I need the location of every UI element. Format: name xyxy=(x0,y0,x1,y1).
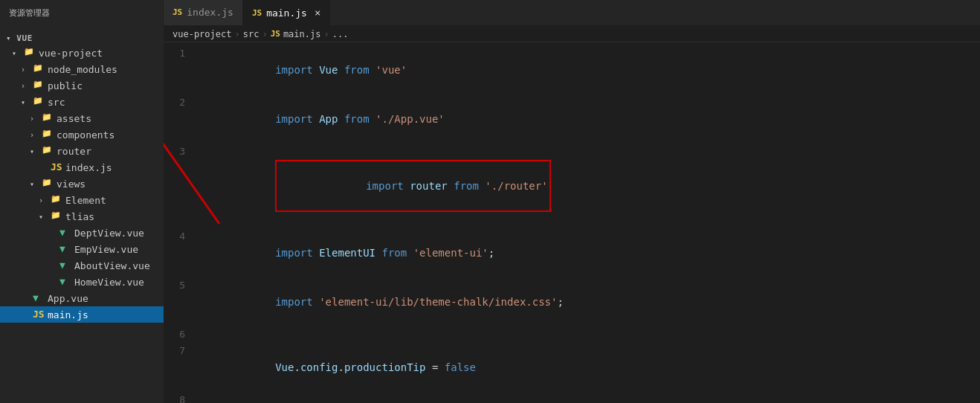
line-content-4: import ElementUI from 'element-ui'; xyxy=(197,228,980,277)
js-icon-main: JS xyxy=(33,309,45,320)
code-line-1: 1 import Vue from 'vue' xyxy=(164,45,980,94)
vue-icon-empview: ▼ xyxy=(59,243,71,255)
vue-icon-deptview: ▼ xyxy=(59,227,71,239)
line-num-6: 6 xyxy=(164,326,197,343)
arrow-icon-element xyxy=(39,196,49,204)
folder-icon-components: 📁 xyxy=(42,129,54,141)
arrow-icon-public xyxy=(21,82,31,90)
line-content-7: Vue.config.productionTip = false xyxy=(197,343,980,392)
code-line-6: 6 xyxy=(164,326,980,343)
breadcrumb-vue-project[interactable]: vue-project xyxy=(173,29,231,39)
arrow-icon-router xyxy=(30,147,40,155)
sidebar-item-empview[interactable]: ▼ EmpView.vue xyxy=(0,241,164,257)
sidebar-item-components[interactable]: 📁 components xyxy=(0,126,164,143)
sidebar-label-assets: assets xyxy=(57,113,91,124)
tab-index-js[interactable]: JS index.js xyxy=(164,0,243,25)
folder-icon-public: 📁 xyxy=(33,80,45,91)
sidebar-label-router: router xyxy=(57,146,91,157)
breadcrumb-main-js[interactable]: main.js xyxy=(283,29,321,39)
sidebar-label-views: views xyxy=(57,178,86,190)
sidebar-label-router-index: index.js xyxy=(65,162,112,173)
sidebar-item-router[interactable]: 📁 router xyxy=(0,143,164,159)
sidebar-label-app: App.vue xyxy=(48,293,88,304)
code-line-5: 5 import 'element-ui/lib/theme-chalk/ind… xyxy=(164,277,980,326)
arrow-icon-node-modules xyxy=(21,65,31,74)
sidebar-item-element[interactable]: 📁 Element xyxy=(0,192,164,208)
sidebar-label-components: components xyxy=(57,129,115,141)
arrow-icon-src xyxy=(21,98,31,106)
code-line-4: 4 import ElementUI from 'element-ui'; xyxy=(164,228,980,277)
arrow-icon-vue-project xyxy=(12,49,22,57)
sidebar-item-app[interactable]: ▼ App.vue xyxy=(0,290,164,306)
breadcrumb: vue-project › src › JS main.js › ... xyxy=(164,26,980,42)
folder-icon-node-modules: 📁 xyxy=(33,63,45,75)
sidebar-item-vue-project[interactable]: 📁 vue-project xyxy=(0,45,164,61)
sidebar-item-tlias[interactable]: 📁 tlias xyxy=(0,208,164,225)
sidebar-label-empview: EmpView.vue xyxy=(74,244,138,255)
line-content-2: import App from './App.vue' xyxy=(197,94,980,144)
folder-icon-assets: 📁 xyxy=(42,112,54,124)
sidebar-label-src: src xyxy=(48,97,65,108)
folder-icon-views: 📁 xyxy=(42,178,54,190)
sidebar-label-element: Element xyxy=(65,195,106,206)
folder-icon-tlias: 📁 xyxy=(51,210,62,222)
vue-icon-homeview: ▼ xyxy=(59,276,71,288)
editor-content: 1 import Vue from 'vue' 2 import App fro… xyxy=(164,45,980,403)
tab-js-icon-main: JS xyxy=(252,8,262,18)
line-content-3: import router from './router' xyxy=(197,144,980,228)
sidebar-label-public: public xyxy=(48,80,83,91)
line-num-5: 5 xyxy=(164,277,197,326)
sidebar-label-homeview: HomeView.vue xyxy=(74,277,144,288)
sidebar-item-assets[interactable]: 📁 assets xyxy=(0,110,164,126)
sidebar-item-views[interactable]: 📁 views xyxy=(0,175,164,192)
tab-close-main[interactable]: × xyxy=(315,7,320,19)
breadcrumb-js-icon: JS xyxy=(271,29,280,39)
arrow-icon-assets xyxy=(30,115,40,123)
vue-icon-aboutview: ▼ xyxy=(59,259,71,271)
sidebar-item-aboutview[interactable]: ▼ AboutView.vue xyxy=(0,257,164,274)
folder-icon-src: 📁 xyxy=(33,96,45,108)
code-line-8: 8 Vue.use(ElementUI); xyxy=(164,392,980,403)
breadcrumb-src[interactable]: src xyxy=(243,29,259,39)
line-content-6 xyxy=(197,326,980,343)
sidebar-label-deptview: DeptView.vue xyxy=(74,228,144,239)
arrow-icon-tlias xyxy=(39,213,49,221)
line-content-5: import 'element-ui/lib/theme-chalk/index… xyxy=(197,277,980,326)
sidebar-item-router-index[interactable]: JS index.js xyxy=(0,159,164,175)
line-num-7: 7 xyxy=(164,343,197,392)
sidebar: ▾ VUE 📁 vue-project 📁 node_modules 📁 pub… xyxy=(0,26,164,403)
line-num-4: 4 xyxy=(164,228,197,277)
sidebar-item-src[interactable]: 📁 src xyxy=(0,94,164,110)
sidebar-item-main[interactable]: JS main.js xyxy=(0,306,164,323)
breadcrumb-dots[interactable]: ... xyxy=(332,29,349,39)
editor-area[interactable]: 1 import Vue from 'vue' 2 import App fro… xyxy=(164,42,980,403)
folder-icon-router: 📁 xyxy=(42,145,54,157)
line-num-3: 3 xyxy=(164,144,197,228)
sidebar-label-node-modules: node_modules xyxy=(48,64,117,75)
line-content-1: import Vue from 'vue' xyxy=(197,45,980,94)
code-line-7: 7 Vue.config.productionTip = false xyxy=(164,343,980,392)
sidebar-label-tlias: tlias xyxy=(65,211,94,222)
tab-js-icon-index: JS xyxy=(173,7,182,17)
tab-label-index: index.js xyxy=(187,7,233,18)
arrow-icon-views xyxy=(30,180,40,188)
folder-icon-element: 📁 xyxy=(51,194,62,206)
vue-icon-app: ▼ xyxy=(33,292,45,304)
sidebar-label-vue-project: vue-project xyxy=(39,48,103,59)
line-num-8: 8 xyxy=(164,392,197,403)
code-line-2: 2 import App from './App.vue' xyxy=(164,94,980,144)
tab-label-main: main.js xyxy=(266,7,307,19)
sidebar-item-node-modules[interactable]: 📁 node_modules xyxy=(0,61,164,77)
sidebar-item-homeview[interactable]: ▼ HomeView.vue xyxy=(0,274,164,290)
line-num-2: 2 xyxy=(164,94,197,144)
js-icon-router-index: JS xyxy=(51,161,62,173)
line-num-1: 1 xyxy=(164,45,197,94)
line-content-8: Vue.use(ElementUI); xyxy=(197,392,980,403)
arrow-icon-components xyxy=(30,131,40,139)
sidebar-item-deptview[interactable]: ▼ DeptView.vue xyxy=(0,225,164,241)
tab-main-js[interactable]: JS main.js × xyxy=(243,0,330,25)
sidebar-item-public[interactable]: 📁 public xyxy=(0,77,164,94)
tab-bar: JS index.js JS main.js × xyxy=(164,0,980,26)
code-line-3: 3 import router from './router' xyxy=(164,144,980,228)
explorer-title: 资源管理器 xyxy=(0,7,164,19)
